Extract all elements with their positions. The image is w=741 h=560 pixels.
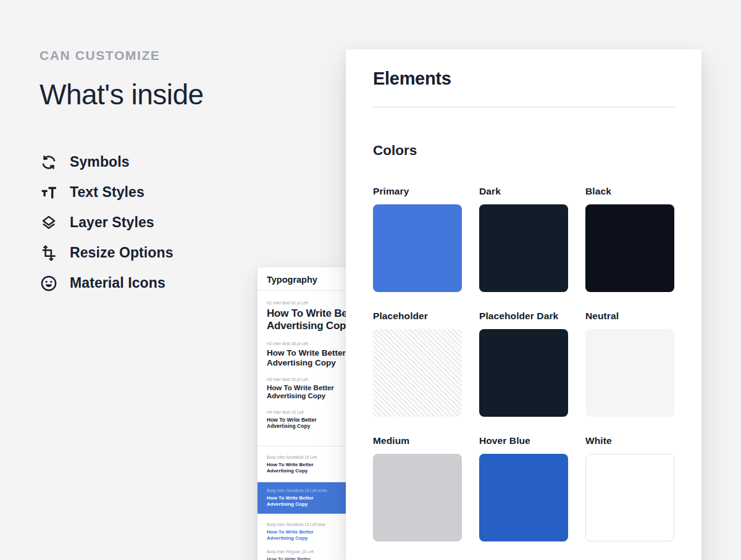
- swatch-label: Hover Blue: [479, 435, 568, 446]
- sample-text: How To Write BetterAdvertising Copy: [267, 529, 346, 541]
- color-swatch: [373, 454, 462, 541]
- swatch-cell-hover-blue: Hover Blue: [479, 435, 568, 541]
- swatch-label: Neutral: [585, 311, 674, 322]
- typography-preview-card: Typography H1 Inter Bold 52 pt LeftHow T…: [257, 267, 346, 560]
- feature-item-text-styles: Text Styles: [40, 177, 249, 207]
- resize-icon: [40, 244, 58, 262]
- color-swatch-grid: PrimaryDarkBlackPlaceholderPlaceholder D…: [373, 186, 675, 541]
- style-label: Body Inter SemiBold 15 Left blue: [267, 522, 346, 527]
- swatch-cell-dark: Dark: [479, 186, 568, 292]
- sample-text: How To Write BetterAdvertising Copy: [267, 307, 346, 332]
- body-sample-3: Body Inter SemiBold 15 Left blueHow To W…: [257, 522, 346, 541]
- swatch-cell-white: White: [585, 435, 674, 541]
- feature-item-layer-styles: Layer Styles: [40, 207, 249, 238]
- sync-icon: [40, 153, 58, 172]
- style-label: H2 Inter Bold 36 pt Left: [267, 341, 346, 346]
- style-label: H4 Inter Bold 15 Left: [267, 410, 346, 415]
- feature-label: Text Styles: [70, 184, 144, 201]
- colors-section-title: Colors: [373, 143, 675, 159]
- color-swatch: [479, 204, 568, 292]
- sample-text: How To Write BetterAdvertising Copy: [267, 384, 346, 400]
- style-label: H1 Inter Bold 52 pt Left: [267, 301, 346, 306]
- body-sample-4: Body Inter Regular 15 LeftHow To Write B…: [257, 550, 346, 560]
- swatch-cell-medium: Medium: [373, 435, 462, 541]
- swatch-cell-neutral: Neutral: [585, 311, 674, 417]
- sample-text: How To Write BetterAdvertising Copy: [267, 495, 337, 507]
- feature-label: Resize Options: [70, 244, 174, 261]
- swatch-label: White: [585, 435, 674, 446]
- divider: [257, 290, 346, 291]
- swatch-cell-black: Black: [585, 186, 674, 292]
- feature-item-material-icons: Material Icons: [40, 268, 249, 298]
- heading-sample-h3: H3 Inter Bold 26 pt LeftHow To Write Bet…: [267, 377, 346, 400]
- feature-list: Symbols Text Styles Layer Styles Resize …: [40, 147, 249, 298]
- color-swatch: [373, 329, 462, 417]
- feature-label: Symbols: [70, 154, 130, 170]
- color-swatch: [585, 204, 674, 292]
- style-label: Body Inter SemiBold 15 Left: [267, 455, 346, 460]
- layer-styles-icon: [40, 214, 58, 232]
- typography-heading-samples: H1 Inter Bold 52 pt LeftHow To Write Bet…: [257, 301, 346, 440]
- heading-sample-h4: H4 Inter Bold 15 LeftHow To Write Better…: [267, 410, 346, 429]
- body-sample-1: Body Inter SemiBold 15 LeftHow To Write …: [257, 455, 346, 474]
- smiley-icon: [40, 274, 58, 293]
- color-swatch: [585, 454, 674, 541]
- swatch-cell-placeholder-dark: Placeholder Dark: [479, 311, 568, 417]
- heading-sample-h1: H1 Inter Bold 52 pt LeftHow To Write Bet…: [267, 301, 346, 332]
- text-styles-icon: [40, 183, 58, 202]
- swatch-label: Black: [585, 186, 674, 197]
- sample-text: How To Write BetterAdvertising Copy: [267, 348, 346, 367]
- feature-label: Material Icons: [70, 275, 165, 291]
- typography-body-samples: Body Inter SemiBold 15 LeftHow To Write …: [257, 455, 346, 560]
- swatch-cell-placeholder: Placeholder: [373, 311, 462, 417]
- sample-text: How To Write BetterAdvertising Copy: [267, 556, 346, 560]
- swatch-label: Medium: [373, 435, 462, 446]
- intro-section: CAN CUSTOMIZE What's inside Symbols Text…: [40, 48, 249, 298]
- page-title: What's inside: [40, 78, 249, 111]
- color-swatch: [479, 329, 568, 417]
- swatch-cell-primary: Primary: [373, 186, 462, 292]
- swatch-label: Dark: [479, 186, 568, 197]
- sample-text: How To Write BetterAdvertising Copy: [267, 462, 346, 474]
- color-swatch: [479, 454, 568, 541]
- divider: [257, 446, 346, 446]
- color-swatch: [585, 329, 674, 417]
- typography-card-title: Typography: [257, 267, 346, 285]
- body-sample-2-highlighted: Body Inter SemiBold 15 Left whiteHow To …: [257, 482, 346, 514]
- swatch-label: Primary: [373, 186, 462, 197]
- elements-card: Elements Colors PrimaryDarkBlackPlacehol…: [346, 49, 701, 560]
- swatch-label: Placeholder Dark: [479, 311, 568, 322]
- feature-label: Layer Styles: [70, 214, 154, 231]
- sample-text: How To Write BetterAdvertising Copy: [267, 417, 346, 429]
- eyebrow-label: CAN CUSTOMIZE: [40, 48, 249, 63]
- feature-item-resize-options: Resize Options: [40, 238, 249, 268]
- style-label: Body Inter Regular 15 Left: [267, 550, 346, 554]
- style-label: H3 Inter Bold 26 pt Left: [267, 377, 346, 382]
- style-label: Body Inter SemiBold 15 Left white: [267, 488, 337, 493]
- divider: [373, 107, 675, 107]
- elements-card-title: Elements: [373, 68, 675, 90]
- color-swatch: [373, 204, 462, 292]
- heading-sample-h2: H2 Inter Bold 36 pt LeftHow To Write Bet…: [267, 341, 346, 367]
- swatch-label: Placeholder: [373, 311, 462, 322]
- feature-item-symbols: Symbols: [40, 147, 249, 177]
